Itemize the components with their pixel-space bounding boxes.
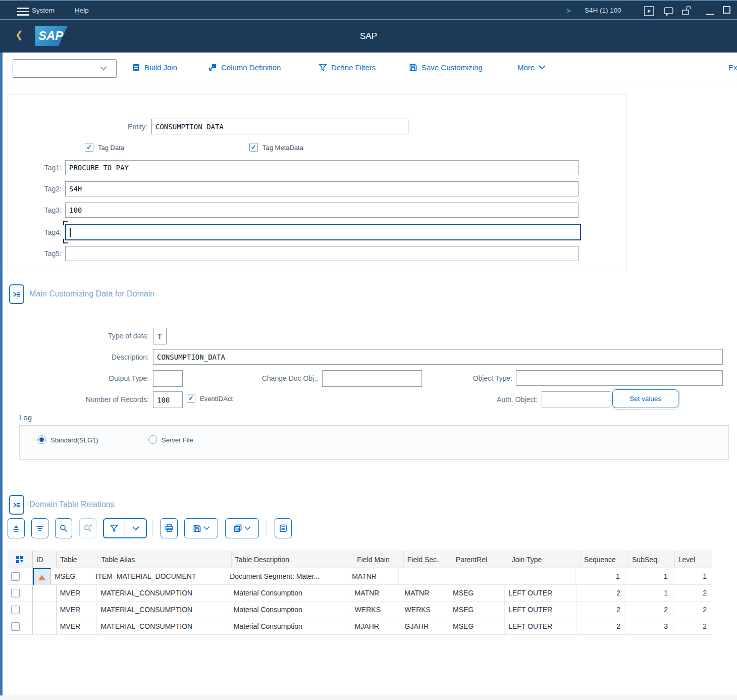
cell-join-type[interactable]: LEFT OUTER bbox=[505, 585, 576, 601]
cell-field-main[interactable]: MATNR bbox=[348, 568, 399, 584]
tag1-input[interactable]: PROCURE TO PAY bbox=[65, 160, 578, 175]
cell-join-type[interactable]: LEFT OUTER bbox=[505, 602, 576, 618]
column-header-table[interactable]: Table bbox=[57, 551, 97, 568]
save-customizing-button[interactable]: Save Customizing bbox=[409, 63, 483, 72]
ok-code-combobox[interactable] bbox=[13, 59, 117, 78]
entity-input[interactable]: CONSUMPTION_DATA bbox=[151, 119, 408, 134]
exit-button[interactable]: Exit bbox=[728, 63, 737, 72]
cell-field-main[interactable]: MJAHR bbox=[351, 618, 401, 634]
column-header-id[interactable]: ID bbox=[33, 551, 57, 568]
cell-description[interactable]: Material Consumption bbox=[230, 618, 351, 634]
column-header-level[interactable]: Level bbox=[675, 551, 712, 568]
cell-table[interactable]: MVER bbox=[57, 618, 97, 634]
cell-join-type[interactable] bbox=[503, 568, 575, 584]
cell-alias[interactable]: ITEM_MATERIAL_DOCUMENT bbox=[92, 568, 227, 584]
table-row[interactable]: MVER MATERIAL_CONSUMPTION Material Consu… bbox=[8, 602, 712, 618]
hamburger-menu-icon[interactable] bbox=[17, 6, 29, 18]
cell-sequence[interactable]: 2 bbox=[576, 585, 626, 601]
cell-subseq[interactable]: 1 bbox=[626, 585, 673, 601]
more-button[interactable]: More bbox=[517, 63, 546, 72]
row-select-cell[interactable] bbox=[8, 602, 33, 618]
cell-join-type[interactable]: LEFT OUTER bbox=[505, 618, 576, 634]
cell-description[interactable]: Material Consumption bbox=[230, 585, 351, 601]
change-doc-obj-input[interactable] bbox=[322, 370, 422, 387]
layout-views-button[interactable] bbox=[225, 518, 259, 538]
tag-metadata-checkbox[interactable]: ✓ bbox=[249, 143, 258, 152]
row-id-cell[interactable] bbox=[33, 618, 57, 634]
column-header-field-main[interactable]: Field Main bbox=[353, 551, 404, 568]
output-type-input[interactable] bbox=[153, 370, 183, 387]
print-button[interactable] bbox=[161, 518, 178, 538]
cell-parentrel[interactable]: MSEG bbox=[449, 602, 505, 618]
log-standard-radio[interactable] bbox=[37, 435, 46, 444]
tag5-input[interactable] bbox=[65, 246, 578, 261]
cell-alias[interactable]: MATERIAL_CONSUMPTION bbox=[97, 602, 230, 618]
cell-field-sec[interactable]: GJAHR bbox=[401, 618, 449, 634]
cell-sequence[interactable]: 2 bbox=[576, 602, 626, 618]
cell-alias[interactable]: MATERIAL_CONSUMPTION bbox=[97, 585, 230, 601]
cell-subseq[interactable]: 1 bbox=[625, 568, 673, 584]
cell-sequence[interactable]: 2 bbox=[576, 618, 626, 634]
tag3-input[interactable]: 100 bbox=[65, 203, 578, 218]
minimize-icon[interactable] bbox=[706, 14, 714, 15]
find-next-button[interactable] bbox=[79, 518, 96, 538]
tag2-input[interactable]: S4H bbox=[65, 181, 578, 196]
column-header-parentrel[interactable]: ParentRel bbox=[452, 551, 508, 568]
row-select-cell[interactable] bbox=[8, 585, 33, 601]
maximize-icon[interactable] bbox=[723, 6, 730, 14]
cell-parentrel[interactable] bbox=[447, 568, 503, 584]
number-of-records-input[interactable]: 100 bbox=[153, 391, 183, 408]
cell-sequence[interactable]: 1 bbox=[575, 568, 625, 584]
unlock-icon[interactable] bbox=[680, 5, 693, 17]
row-checkbox[interactable] bbox=[11, 572, 20, 581]
find-button[interactable] bbox=[55, 518, 72, 538]
filter-button[interactable] bbox=[104, 519, 125, 537]
eventidact-checkbox[interactable]: ✓ bbox=[187, 394, 195, 403]
collapse-section-button[interactable] bbox=[9, 495, 24, 515]
cell-level[interactable]: 2 bbox=[673, 602, 712, 618]
column-header-field-sec[interactable]: Field Sec. bbox=[404, 551, 452, 568]
chevron-down-icon[interactable] bbox=[100, 66, 107, 71]
description-input[interactable]: CONSUMPTION_DATA bbox=[153, 349, 723, 365]
column-header-sequence[interactable]: Sequence bbox=[581, 551, 628, 568]
filter-menu-button[interactable] bbox=[125, 519, 146, 537]
cell-table[interactable]: MSEG bbox=[51, 568, 92, 584]
cell-field-sec[interactable] bbox=[399, 568, 447, 584]
cell-parentrel[interactable]: MSEG bbox=[449, 585, 505, 601]
cell-parentrel[interactable]: MSEG bbox=[449, 618, 505, 634]
cell-field-main[interactable]: WERKS bbox=[351, 602, 401, 618]
row-id-cell-focused[interactable] bbox=[33, 568, 51, 586]
row-id-cell[interactable] bbox=[33, 585, 57, 601]
row-id-cell[interactable] bbox=[33, 602, 57, 618]
table-row[interactable]: MVER MATERIAL_CONSUMPTION Material Consu… bbox=[8, 585, 712, 602]
cell-level[interactable]: 2 bbox=[673, 585, 712, 601]
select-all-header[interactable] bbox=[8, 551, 33, 568]
cell-subseq[interactable]: 2 bbox=[626, 602, 673, 618]
cell-description[interactable]: Material Consumption bbox=[230, 602, 351, 618]
sort-ascending-button[interactable] bbox=[8, 518, 25, 538]
gui-scripting-icon[interactable] bbox=[644, 6, 655, 17]
cell-level[interactable]: 1 bbox=[673, 568, 712, 584]
table-row[interactable]: MSEG ITEM_MATERIAL_DOCUMENT Document Seg… bbox=[8, 568, 712, 585]
export-button[interactable] bbox=[184, 518, 218, 538]
type-of-data-input[interactable]: T bbox=[153, 328, 167, 344]
column-header-join-type[interactable]: Join Type bbox=[508, 551, 581, 568]
cell-table[interactable]: MVER bbox=[57, 585, 97, 601]
column-definition-button[interactable]: Column Definition bbox=[208, 63, 281, 72]
menu-system[interactable]: System bbox=[32, 6, 55, 16]
table-row[interactable]: MVER MATERIAL_CONSUMPTION Material Consu… bbox=[8, 618, 712, 635]
collapse-section-button[interactable] bbox=[9, 284, 24, 304]
set-values-button[interactable]: Set values bbox=[612, 389, 678, 408]
table-settings-button[interactable] bbox=[275, 518, 292, 538]
log-server-file-radio[interactable] bbox=[148, 435, 157, 444]
row-checkbox[interactable] bbox=[11, 622, 20, 631]
cell-field-sec[interactable]: MATNR bbox=[401, 585, 449, 601]
filter-split-button[interactable] bbox=[103, 518, 147, 538]
cell-field-main[interactable]: MATNR bbox=[351, 585, 401, 601]
row-select-cell[interactable] bbox=[8, 618, 33, 634]
build-join-button[interactable]: Build Join bbox=[132, 63, 177, 72]
auth-object-input[interactable] bbox=[542, 391, 610, 408]
column-header-table-description[interactable]: Table Description bbox=[232, 551, 354, 568]
menu-help[interactable]: Help bbox=[75, 6, 89, 16]
define-filters-button[interactable]: Define Filters bbox=[319, 63, 376, 72]
